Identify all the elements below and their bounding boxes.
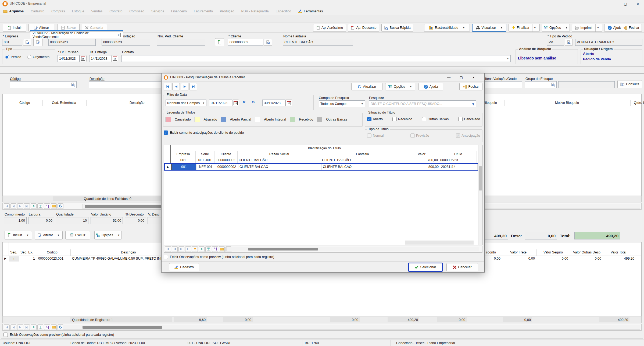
- menu-compras[interactable]: Compras: [51, 9, 65, 13]
- nro-pedido-field[interactable]: 0000005/23: [48, 39, 96, 46]
- preview-checkbox-row[interactable]: Exibir Observações como preview (Linha a…: [2, 331, 642, 338]
- finalizar-dropdown[interactable]: ▼: [532, 24, 536, 31]
- grid-layout-icon[interactable]: [37, 203, 43, 209]
- item-incluir-dropdown[interactable]: ▼: [25, 231, 29, 239]
- dialog-titlebar[interactable]: FIN0003 - Pesquisa/Seleção de Títulos à …: [162, 73, 484, 82]
- menu-cadastro[interactable]: Cadastro: [31, 9, 44, 13]
- nav-prev-button[interactable]: [10, 203, 16, 209]
- tipo-pedido-search-button[interactable]: [565, 39, 573, 46]
- situacao-outras-baixas-checkbox[interactable]: Outras Baixas: [422, 117, 449, 121]
- menu-vendas[interactable]: Vendas: [91, 9, 103, 13]
- menu-servicos[interactable]: Serviços: [151, 9, 164, 13]
- nav-prev-button[interactable]: [172, 246, 178, 252]
- rec-first-button[interactable]: [164, 83, 171, 90]
- cliente-new-button[interactable]: [215, 38, 224, 46]
- incluir-button[interactable]: Incluir: [3, 24, 26, 32]
- save-layout-icon[interactable]: [44, 324, 50, 330]
- dialog-close-button[interactable]: ×: [468, 73, 479, 81]
- comprimento-field[interactable]: 1,00: [4, 217, 27, 224]
- export-excel-icon[interactable]: X: [199, 246, 205, 252]
- tipo-orcamento-radio[interactable]: Orçamento: [27, 55, 49, 59]
- dialog-minimize-button[interactable]: —: [443, 73, 455, 81]
- valor-unitario-field[interactable]: 52,00: [91, 217, 123, 224]
- menu-arquivos[interactable]: Arquivos: [3, 9, 24, 13]
- item-alterar-dropdown[interactable]: ▼: [56, 231, 60, 239]
- menu-producao[interactable]: Produção: [220, 9, 234, 13]
- empresa-search-button[interactable]: [23, 39, 31, 46]
- dialog-fechar-button[interactable]: Fechar: [459, 83, 482, 90]
- empresa-edit-button[interactable]: [33, 38, 42, 46]
- visualizar-dropdown[interactable]: ▼: [499, 24, 503, 31]
- dt-entrega-field[interactable]: 14/11/2023: [89, 55, 111, 62]
- rastreabilidade-button[interactable]: Rastreabilidade ▼: [424, 24, 470, 32]
- dt-emissao-calendar-button[interactable]: 15: [80, 55, 87, 62]
- opcoes-dropdown[interactable]: ▼: [564, 24, 568, 31]
- open-folder-icon[interactable]: [219, 246, 225, 252]
- selecionar-button[interactable]: Selecionar: [408, 263, 443, 272]
- rec-next-button[interactable]: [181, 83, 188, 90]
- checkbox-off-icon[interactable]: [3, 333, 8, 337]
- busca-rapida-button[interactable]: Busca Rápida: [381, 24, 413, 32]
- menu-especifico[interactable]: Específico: [276, 9, 291, 13]
- rec-last-button[interactable]: [189, 83, 197, 90]
- refresh-icon[interactable]: [58, 324, 63, 330]
- dialog-cancelar-button[interactable]: Cancelar: [446, 263, 478, 271]
- nav-next-button[interactable]: [17, 203, 23, 209]
- menu-pdv-retaguarda[interactable]: PDV - Retaguarda: [241, 9, 269, 13]
- dialog-ajuda-button[interactable]: ? Ajuda: [418, 83, 443, 90]
- data-final-field[interactable]: 30/11/2023: [262, 100, 285, 106]
- situacao-cancelado-checkbox[interactable]: Cancelado: [458, 117, 480, 121]
- prev-period-button[interactable]: «: [242, 98, 246, 105]
- grid-layout-icon[interactable]: [37, 324, 43, 330]
- nro-ped-cliente-field[interactable]: [157, 39, 205, 46]
- menu-contrato[interactable]: Contrato: [109, 9, 122, 13]
- opcoes-button[interactable]: Opções ▼: [542, 24, 570, 32]
- tab-ven0005a[interactable]: VEN0005A - Manutenção de Pedido de Venda…: [30, 31, 123, 38]
- atualizar-button[interactable]: Atualizar: [351, 83, 382, 90]
- nav-last-button[interactable]: [185, 246, 191, 252]
- menu-ferramentas[interactable]: Ferramentas: [298, 9, 323, 13]
- nav-first-button[interactable]: [165, 246, 171, 252]
- scrollbar-thumb[interactable]: [479, 166, 482, 190]
- minimize-button[interactable]: —: [607, 0, 619, 8]
- consulta-button[interactable]: Consulta: [617, 80, 642, 88]
- scrollbar-thumb[interactable]: [83, 326, 162, 329]
- tipo-pedido-field[interactable]: PV: [547, 39, 564, 46]
- pesquisar-input[interactable]: DIGITE O CONTEÚDO A SER PESQUISADO...: [369, 100, 476, 107]
- quantidade-field[interactable]: 10: [56, 217, 88, 224]
- fechar-button[interactable]: Fechar: [621, 24, 642, 32]
- search-doc-icon[interactable]: [470, 102, 474, 106]
- dt-entrega-calendar-button[interactable]: 15: [111, 55, 118, 62]
- imprimir-dropdown[interactable]: ▼: [595, 24, 599, 31]
- titulos-hscrollbar[interactable]: [226, 247, 479, 251]
- ap-acrescimo-button[interactable]: Ap. Acréscimo: [313, 24, 346, 32]
- item-alterar-button[interactable]: Alterar ▼: [35, 231, 63, 239]
- close-button[interactable]: ×: [632, 0, 644, 8]
- cliente-search-button[interactable]: [264, 39, 272, 46]
- titulo-row-selected[interactable]: ▶ 001 NFE-001 0000000002 CLIENTE BALCÃO …: [164, 163, 482, 171]
- menu-faturamento[interactable]: Faturamento: [194, 9, 213, 13]
- next-period-button[interactable]: »: [252, 98, 255, 105]
- tipo-pedido-radio[interactable]: Pedido: [5, 55, 21, 59]
- grid-layout-icon[interactable]: [205, 246, 211, 252]
- dialog-opcoes-dropdown[interactable]: ▼: [408, 83, 412, 90]
- nav-first-button[interactable]: [4, 324, 10, 330]
- scrollbar-thumb[interactable]: [85, 205, 173, 208]
- export-excel-icon[interactable]: X: [31, 203, 37, 209]
- save-layout-icon[interactable]: [212, 246, 218, 252]
- imprimir-button[interactable]: Imprimir ▼: [572, 24, 602, 32]
- dt-emissao-field[interactable]: 14/11/2023: [58, 55, 80, 62]
- tab-close-icon[interactable]: ×: [117, 33, 121, 37]
- open-folder-icon[interactable]: [51, 324, 57, 330]
- data-inicial-calendar-button[interactable]: 15: [232, 100, 239, 106]
- nav-first-button[interactable]: [4, 203, 10, 209]
- dialog-opcoes-button[interactable]: Opções ▼: [385, 83, 415, 90]
- filter-funnel-icon[interactable]: [192, 246, 198, 252]
- menu-comissao[interactable]: Comissão: [129, 9, 144, 13]
- perc-desconto-field[interactable]: 0,00: [125, 217, 146, 224]
- export-excel-icon[interactable]: X: [31, 324, 37, 330]
- contato-field[interactable]: ▼: [121, 55, 511, 62]
- data-final-calendar-button[interactable]: 15: [285, 100, 292, 106]
- campo-pesquisa-select[interactable]: Todos os Campos▼: [319, 100, 365, 107]
- situacao-aberto-checkbox[interactable]: ✓Aberto: [367, 117, 383, 121]
